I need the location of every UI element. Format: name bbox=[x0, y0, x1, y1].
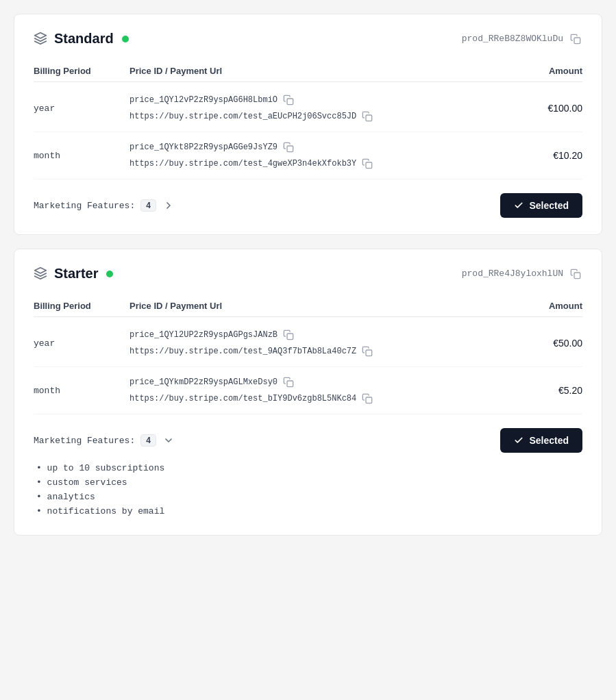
feature-item-1-0: up to 10 subscriptions bbox=[36, 461, 582, 475]
col-billing-period-0: Billing Period bbox=[34, 66, 130, 76]
svg-rect-11 bbox=[366, 397, 372, 403]
table-header-0: Billing Period Price ID / Payment Url Am… bbox=[34, 60, 582, 82]
status-dot-1 bbox=[106, 271, 113, 277]
amount-1-1: €5.20 bbox=[500, 385, 582, 396]
selected-label-0: Selected bbox=[529, 200, 569, 211]
price-id-row-1-0: price_1QYl2UP2zR9yspAGPgsJANzB bbox=[130, 328, 500, 342]
marketing-label-0: Marketing Features: bbox=[34, 201, 135, 211]
check-icon-0 bbox=[514, 201, 523, 210]
price-url-group-0-0: price_1QYl2vP2zR9yspAG6H8LbmiO https://b… bbox=[130, 93, 500, 123]
table-row-0-1: month price_1QYkt8P2zR9yspAGGe9JsYZ9 htt… bbox=[34, 132, 582, 179]
col-price-url-1: Price ID / Payment Url bbox=[130, 301, 500, 311]
selected-label-1: Selected bbox=[529, 435, 569, 446]
svg-marker-6 bbox=[35, 267, 47, 273]
svg-rect-10 bbox=[287, 381, 293, 387]
billing-period-1-1: month bbox=[34, 386, 130, 396]
svg-rect-4 bbox=[287, 146, 293, 152]
col-amount-0: Amount bbox=[500, 66, 582, 76]
price-id-row-1-1: price_1QYkmDP2zR9yspAGLMxeDsy0 bbox=[130, 375, 500, 389]
price-id-row-0-0: price_1QYl2vP2zR9yspAG6H8LbmiO bbox=[130, 93, 500, 107]
marketing-features-group-1: Marketing Features: 4 bbox=[34, 434, 175, 447]
toggle-features-button-1[interactable] bbox=[162, 434, 175, 447]
product-icon-0 bbox=[34, 32, 49, 47]
product-id-text-0: prod_RReB8Z8WOKluDu bbox=[462, 34, 563, 44]
marketing-footer-1: Marketing Features: 4 Selected bbox=[34, 425, 582, 453]
product-title-group-1: Starter bbox=[34, 266, 113, 282]
price-id-0-1: price_1QYkt8P2zR9yspAGGe9JsYZ9 bbox=[130, 142, 278, 152]
price-url-group-1-0: price_1QYl2UP2zR9yspAGPgsJANzB https://b… bbox=[130, 328, 500, 358]
billing-period-0-1: month bbox=[34, 151, 130, 161]
copy-url-button-0-1[interactable] bbox=[360, 157, 374, 171]
amount-0-1: €10.20 bbox=[500, 150, 582, 161]
product-header-0: Standard prod_RReB8Z8WOKluDu bbox=[34, 31, 582, 47]
product-id-text-1: prod_RRe4J8yloxhlUN bbox=[462, 268, 563, 279]
status-dot-0 bbox=[122, 36, 129, 42]
toggle-features-button-0[interactable] bbox=[162, 199, 175, 212]
selected-button-0[interactable]: Selected bbox=[500, 193, 582, 218]
marketing-features-group-0: Marketing Features: 4 bbox=[34, 199, 175, 212]
price-url-0-0: https://buy.stripe.com/test_aEUcPH2j06Sv… bbox=[130, 112, 356, 121]
svg-rect-7 bbox=[574, 273, 580, 279]
table-row-1-1: month price_1QYkmDP2zR9yspAGLMxeDsy0 htt… bbox=[34, 367, 582, 414]
price-url-group-1-1: price_1QYkmDP2zR9yspAGLMxeDsy0 https://b… bbox=[130, 375, 500, 405]
price-url-0-1: https://buy.stripe.com/test_4gweXP3n4ekX… bbox=[130, 159, 356, 168]
table-row-0-0: year price_1QYl2vP2zR9yspAG6H8LbmiO http… bbox=[34, 85, 582, 132]
price-id-0-0: price_1QYl2vP2zR9yspAG6H8LbmiO bbox=[130, 95, 278, 105]
amount-0-0: €100.00 bbox=[500, 103, 582, 114]
url-row-1-0: https://buy.stripe.com/test_9AQ3f7bTAb8L… bbox=[130, 345, 500, 358]
feature-item-1-1: custom services bbox=[36, 475, 582, 490]
copy-url-button-1-1[interactable] bbox=[360, 392, 374, 405]
copy-product-id-button-0[interactable] bbox=[569, 32, 582, 46]
url-row-0-1: https://buy.stripe.com/test_4gweXP3n4ekX… bbox=[130, 157, 500, 171]
feature-item-1-3: notifications by email bbox=[36, 504, 582, 518]
marketing-footer-0: Marketing Features: 4 Selected bbox=[34, 190, 582, 218]
table-header-1: Billing Period Price ID / Payment Url Am… bbox=[34, 295, 582, 317]
price-id-1-1: price_1QYkmDP2zR9yspAGLMxeDsy0 bbox=[130, 377, 278, 387]
price-id-row-0-1: price_1QYkt8P2zR9yspAGGe9JsYZ9 bbox=[130, 140, 500, 154]
copy-price-id-button-0-1[interactable] bbox=[282, 140, 295, 154]
product-icon-1 bbox=[34, 266, 49, 282]
marketing-label-1: Marketing Features: bbox=[34, 436, 135, 446]
product-name-0: Standard bbox=[54, 31, 114, 47]
copy-url-button-1-0[interactable] bbox=[360, 345, 374, 358]
product-header-1: Starter prod_RRe4J8yloxhlUN bbox=[34, 266, 582, 282]
billing-period-0-0: year bbox=[34, 103, 130, 114]
copy-price-id-button-1-0[interactable] bbox=[282, 328, 295, 342]
copy-url-button-0-0[interactable] bbox=[360, 110, 374, 123]
product-id-group-1: prod_RRe4J8yloxhlUN bbox=[462, 267, 582, 281]
copy-product-id-button-1[interactable] bbox=[569, 267, 582, 281]
product-card-0: Standard prod_RReB8Z8WOKluDu Billing Per… bbox=[14, 14, 602, 235]
price-url-group-0-1: price_1QYkt8P2zR9yspAGGe9JsYZ9 https://b… bbox=[130, 140, 500, 171]
url-row-1-1: https://buy.stripe.com/test_bIY9Dv6zgb8L… bbox=[130, 392, 500, 405]
svg-marker-0 bbox=[35, 32, 47, 38]
svg-rect-2 bbox=[287, 99, 293, 105]
feature-item-1-2: analytics bbox=[36, 490, 582, 504]
features-list-1: up to 10 subscriptionscustom servicesana… bbox=[34, 461, 582, 518]
svg-rect-8 bbox=[287, 334, 293, 340]
copy-price-id-button-1-1[interactable] bbox=[282, 375, 295, 389]
product-name-1: Starter bbox=[54, 266, 98, 282]
product-card-1: Starter prod_RRe4J8yloxhlUN Billing Peri… bbox=[14, 249, 602, 536]
amount-1-0: €50.00 bbox=[500, 338, 582, 349]
svg-rect-5 bbox=[366, 162, 372, 168]
svg-rect-1 bbox=[574, 38, 580, 44]
col-amount-1: Amount bbox=[500, 301, 582, 311]
price-url-1-1: https://buy.stripe.com/test_bIY9Dv6zgb8L… bbox=[130, 394, 356, 403]
billing-period-1-0: year bbox=[34, 338, 130, 349]
price-id-1-0: price_1QYl2UP2zR9yspAGPgsJANzB bbox=[130, 330, 278, 340]
features-badge-0: 4 bbox=[140, 199, 156, 212]
product-id-group-0: prod_RReB8Z8WOKluDu bbox=[462, 32, 582, 46]
check-icon-1 bbox=[514, 436, 523, 445]
features-badge-1: 4 bbox=[140, 434, 156, 447]
svg-rect-9 bbox=[366, 350, 372, 356]
copy-price-id-button-0-0[interactable] bbox=[282, 93, 295, 107]
svg-rect-3 bbox=[366, 115, 372, 121]
table-row-1-0: year price_1QYl2UP2zR9yspAGPgsJANzB http… bbox=[34, 320, 582, 367]
url-row-0-0: https://buy.stripe.com/test_aEUcPH2j06Sv… bbox=[130, 110, 500, 123]
price-url-1-0: https://buy.stripe.com/test_9AQ3f7bTAb8L… bbox=[130, 347, 356, 356]
selected-button-1[interactable]: Selected bbox=[500, 428, 582, 453]
col-billing-period-1: Billing Period bbox=[34, 301, 130, 311]
product-title-group-0: Standard bbox=[34, 31, 129, 47]
col-price-url-0: Price ID / Payment Url bbox=[130, 66, 500, 76]
